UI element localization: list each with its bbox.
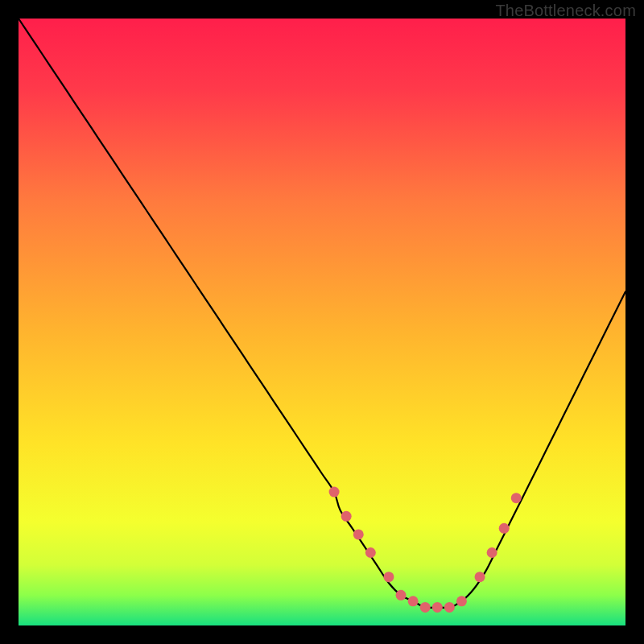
chart-stage: TheBottleneck.com	[0, 0, 644, 644]
plot-background	[19, 19, 625, 625]
curve-marker	[456, 596, 467, 606]
curve-marker	[475, 572, 485, 582]
curve-marker	[341, 511, 352, 522]
curve-marker	[365, 547, 376, 558]
curve-marker	[420, 602, 431, 613]
curve-marker	[329, 487, 340, 497]
bottleneck-chart	[0, 0, 644, 644]
curve-marker	[487, 547, 497, 558]
curve-marker	[511, 493, 522, 503]
curve-marker	[353, 529, 364, 539]
curve-marker	[499, 523, 510, 534]
curve-marker	[444, 602, 455, 613]
curve-marker	[383, 572, 394, 582]
curve-marker	[396, 590, 407, 601]
curve-marker	[408, 596, 419, 606]
watermark-text: TheBottleneck.com	[495, 2, 636, 20]
curve-marker	[432, 602, 443, 613]
